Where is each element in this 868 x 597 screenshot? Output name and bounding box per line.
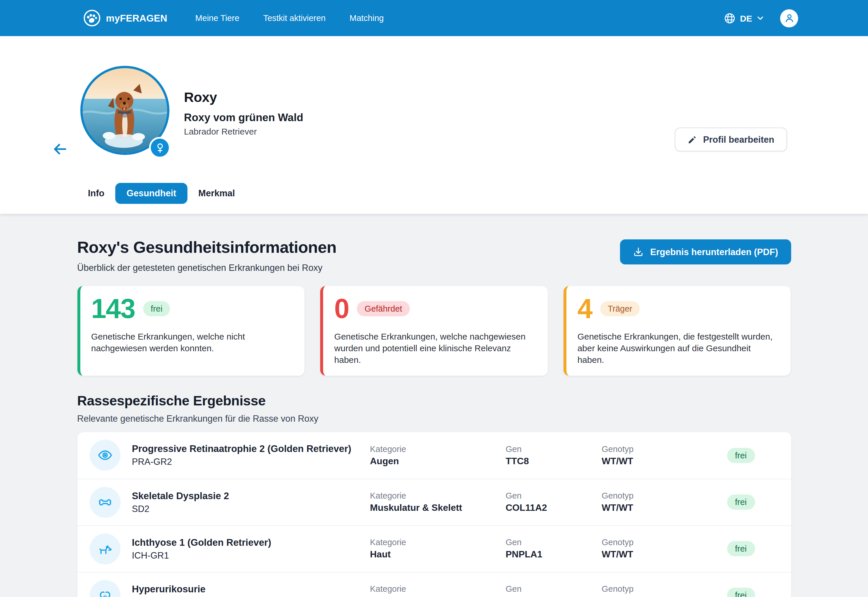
edit-profile-button[interactable]: Profil bearbeiten [674, 128, 787, 151]
category-value: Urogenitaltrakt [370, 596, 506, 597]
language-selector[interactable]: DE [724, 12, 764, 24]
eye-icon [89, 440, 120, 471]
dog-icon [89, 533, 120, 564]
nav-item-testkit-aktivieren[interactable]: Testkit aktivieren [263, 13, 326, 23]
gene-value: TTC8 [506, 456, 602, 466]
nav-item-matching[interactable]: Matching [350, 13, 384, 23]
download-icon [633, 247, 644, 257]
main-nav: Meine Tiere Testkit aktivieren Matching [195, 13, 384, 23]
globe-icon [724, 12, 736, 24]
chevron-down-icon [756, 14, 764, 22]
top-navbar: myFERAGEN Meine Tiere Testkit aktivieren… [0, 0, 868, 36]
result-row[interactable]: Progressive Retinaatrophie 2 (Golden Ret… [77, 432, 791, 479]
results-subtitle: Relevante genetische Erkrankungen für di… [77, 414, 791, 424]
paw-logo-icon [83, 9, 101, 27]
genotype-value: WT/WT [602, 456, 727, 466]
status-badge: frei [727, 495, 755, 510]
tab-merkmal[interactable]: Merkmal [197, 183, 236, 204]
download-pdf-label: Ergebnis herunterladen (PDF) [650, 247, 778, 257]
edit-profile-label: Profil bearbeiten [703, 134, 774, 145]
pet-identity: Roxy Roxy vom grünen Wald Labrador Retri… [184, 90, 303, 136]
health-subtitle: Überblick der getesteten genetischen Erk… [77, 263, 336, 273]
nav-item-meine-tiere[interactable]: Meine Tiere [195, 13, 240, 23]
download-pdf-button[interactable]: Ergebnis herunterladen (PDF) [620, 239, 791, 264]
stat-badge: Träger [600, 301, 640, 316]
avatar[interactable] [80, 66, 169, 155]
pet-name: Roxy [184, 90, 303, 105]
category-value: Augen [370, 456, 506, 466]
disease-code: ICH-GR1 [132, 550, 370, 561]
stats-cards: 143 frei Genetische Erkrankungen, welche… [77, 286, 791, 376]
gene-value: COL11A2 [506, 503, 602, 514]
category-value: Muskulatur & Skelett [370, 503, 506, 514]
stat-description: Genetische Erkrankungen, welche nicht na… [91, 331, 293, 354]
profile-tabs: Info Gesundheit Merkmal [87, 183, 236, 204]
pencil-icon [687, 135, 696, 144]
genotype-label: Genotyp [602, 585, 727, 594]
stat-card-frei: 143 frei Genetische Erkrankungen, welche… [77, 286, 304, 376]
viewport: myFERAGEN Meine Tiere Testkit aktivieren… [0, 0, 868, 597]
gene-label: Gen [506, 491, 602, 500]
result-row[interactable]: Ichthyose 1 (Golden Retriever) ICH-GR1 K… [77, 525, 791, 572]
status-badge: frei [727, 588, 755, 597]
stat-value: 4 [578, 295, 592, 322]
user-icon [783, 12, 795, 24]
disease-name: Ichthyose 1 (Golden Retriever) [132, 537, 370, 548]
genotype-value: WT/WT [602, 596, 727, 597]
category-label: Kategorie [370, 491, 506, 500]
disease-code: SD2 [132, 504, 370, 514]
results-title: Rassespezifische Ergebnisse [77, 393, 791, 409]
tab-gesundheit[interactable]: Gesundheit [116, 183, 187, 204]
stat-description: Genetische Erkrankungen, die festgestell… [578, 331, 780, 366]
pet-pedigree-name: Roxy vom grünen Wald [184, 111, 303, 124]
stat-card-gef-hrdet: 0 Gefährdet Genetische Erkrankungen, wel… [320, 286, 548, 376]
bone-icon [89, 487, 120, 518]
gene-label: Gen [506, 585, 602, 594]
category-label: Kategorie [370, 538, 506, 547]
genotype-value: WT/WT [602, 549, 727, 560]
disease-name: Progressive Retinaatrophie 2 (Golden Ret… [132, 444, 370, 454]
gene-value: PNPLA1 [506, 549, 602, 560]
brand-name: myFERAGEN [106, 12, 167, 24]
genotype-label: Genotyp [602, 491, 727, 500]
stat-card-tr-ger: 4 Träger Genetische Erkrankungen, die fe… [564, 286, 791, 376]
navbar-right: DE [724, 9, 798, 27]
health-title: Roxy's Gesundheitsinformationen [77, 238, 336, 257]
disease-code: PRA-GR2 [132, 457, 370, 468]
disease-name: Skeletale Dysplasie 2 [132, 490, 370, 502]
health-section-head: Roxy's Gesundheitsinformationen Überblic… [77, 238, 791, 273]
language-label: DE [740, 13, 752, 23]
genotype-label: Genotyp [602, 538, 727, 547]
female-icon [154, 142, 166, 153]
category-value: Haut [370, 549, 506, 560]
kidney-icon [89, 580, 120, 597]
genotype-value: WT/WT [602, 503, 727, 514]
stat-badge: frei [143, 301, 170, 316]
gene-value: SLC2A9 [506, 596, 602, 597]
health-content: Roxy's Gesundheitsinformationen Überblic… [0, 214, 868, 597]
health-heading-block: Roxy's Gesundheitsinformationen Überblic… [77, 238, 336, 273]
disease-name: Hyperurikosurie [132, 584, 370, 595]
back-arrow-icon [52, 141, 68, 157]
stat-description: Genetische Erkrankungen, welche nachgewi… [334, 331, 536, 366]
back-button[interactable] [51, 141, 69, 159]
female-gender-badge [149, 137, 170, 159]
result-row[interactable]: Hyperurikosurie HUU Kategorie Urogenital… [77, 572, 791, 597]
page: myFERAGEN Meine Tiere Testkit aktivieren… [0, 0, 868, 597]
stat-value: 0 [334, 295, 349, 322]
tab-info[interactable]: Info [87, 183, 106, 204]
gene-label: Gen [506, 538, 602, 547]
pet-breed: Labrador Retriever [184, 126, 303, 136]
category-label: Kategorie [370, 585, 506, 594]
results-table: Progressive Retinaatrophie 2 (Golden Ret… [77, 432, 791, 597]
genotype-label: Genotyp [602, 444, 727, 454]
brand-logo[interactable]: myFERAGEN [83, 9, 167, 27]
status-badge: frei [727, 541, 755, 557]
result-row[interactable]: Skeletale Dysplasie 2 SD2 Kategorie Musk… [77, 479, 791, 525]
category-label: Kategorie [370, 444, 506, 454]
profile-header: Roxy Roxy vom grünen Wald Labrador Retri… [0, 36, 868, 214]
status-badge: frei [727, 448, 755, 463]
stat-value: 143 [91, 295, 135, 322]
account-button[interactable] [780, 9, 798, 27]
stat-badge: Gefährdet [357, 301, 410, 316]
